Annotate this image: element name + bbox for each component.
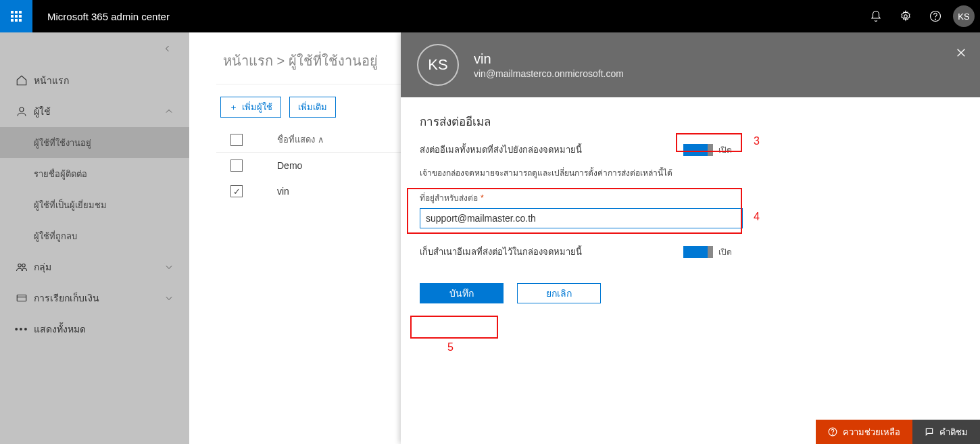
row-checkbox[interactable] [230,185,243,197]
plus-icon: ＋ [229,101,238,114]
nav-contacts[interactable]: รายชื่อผู้ติดต่อ [0,158,189,189]
nav-users[interactable]: ผู้ใช้ [0,96,189,127]
notifications-icon[interactable] [861,0,891,32]
panel-user-name: vin [474,51,624,67]
chevron-left-icon [164,45,172,53]
forward-all-toggle[interactable] [683,144,713,156]
svg-rect-6 [17,295,26,301]
groups-icon [9,261,34,273]
topbar: Microsoft 365 admin center KS [0,0,980,32]
chevron-up-icon [165,107,181,116]
panel-actions: บันทึก ยกเลิก [420,283,961,303]
nav-showall-label: แสดงทั้งหมด [34,322,189,337]
save-button[interactable]: บันทึก [420,283,504,303]
cancel-button[interactable]: ยกเลิก [517,283,601,303]
nav-users-label: ผู้ใช้ [34,104,165,119]
svg-point-3 [20,107,24,112]
user-icon [9,105,34,118]
keep-copy-toggle[interactable] [683,246,713,258]
svg-point-2 [935,19,936,20]
nav-deleted-users[interactable]: ผู้ใช้ที่ถูกลบ [0,220,189,251]
panel-body: การส่งต่ออีเมล ส่งต่ออีเมลทั้งหมดที่ส่งไ… [401,97,980,318]
topbar-actions: KS [861,0,980,32]
more-icon: ••• [9,324,34,335]
more-button[interactable]: เพิ่มเติม [289,97,336,118]
panel-header: KS vin vin@mailmasterco.onmicrosoft.com [401,32,980,97]
add-user-label: เพิ่มผู้ใช้ [242,100,272,114]
forward-all-state: เปิด [718,143,732,156]
billing-icon [9,292,34,304]
breadcrumb-current: ผู้ใช้ที่ใช้งานอยู่ [289,53,378,68]
more-label: เพิ่มเติม [298,100,327,114]
nav-billing[interactable]: การเรียกเก็บเงิน [0,282,189,314]
sort-asc-icon: ∧ [318,134,324,145]
app-launcher[interactable] [0,0,32,32]
waffle-icon [11,11,22,22]
collapse-nav[interactable] [0,32,189,65]
nav-guest-users[interactable]: ผู้ใช้ที่เป็นผู้เยี่ยมชม [0,189,189,220]
footer-buttons: ความช่วยเหลือ คำติชม [816,420,980,444]
user-detail-panel: KS vin vin@mailmasterco.onmicrosoft.com … [401,32,980,444]
svg-point-4 [18,264,22,268]
keep-copy-label: เก็บสำเนาอีเมลที่ส่งต่อไว้ในกล่องจดหมายน… [420,245,683,259]
left-nav: หน้าแรก ผู้ใช้ ผู้ใช้ที่ใช้งานอยู่ รายชื… [0,32,189,444]
forward-all-row: ส่งต่ออีเมลทั้งหมดที่ส่งไปยังกล่องจดหมาย… [420,143,961,157]
help-icon [828,427,837,437]
help-icon[interactable] [921,0,950,32]
chevron-down-icon [165,263,181,271]
select-all-checkbox[interactable] [230,134,243,146]
user-avatar[interactable]: KS [953,5,975,27]
nav-active-users[interactable]: ผู้ใช้ที่ใช้งานอยู่ [0,127,189,158]
svg-point-0 [904,15,908,18]
panel-user-email: vin@mailmasterco.onmicrosoft.com [474,68,624,79]
chevron-down-icon [165,294,181,302]
section-email-forwarding: การส่งต่ออีเมล [420,112,961,130]
nav-show-all[interactable]: ••• แสดงทั้งหมด [0,314,189,345]
feedback-button[interactable]: คำติชม [912,420,980,444]
close-icon [956,47,966,58]
keep-copy-row: เก็บสำเนาอีเมลที่ส่งต่อไว้ในกล่องจดหมายน… [420,245,961,259]
row-checkbox[interactable] [230,159,243,172]
home-icon [9,74,34,87]
nav-groups[interactable]: กลุ่ม [0,251,189,282]
settings-icon[interactable] [891,0,921,32]
breadcrumb-sep: > [273,53,289,68]
forward-address-input[interactable] [420,208,743,228]
app-title: Microsoft 365 admin center [47,11,170,22]
chat-icon [925,427,934,437]
svg-point-8 [833,434,833,435]
need-help-label: ความช่วยเหลือ [843,425,900,439]
panel-avatar: KS [417,44,459,86]
forward-address-label: ที่อยู่สำหรับส่งต่อ* [420,191,961,204]
nav-home-label: หน้าแรก [34,73,189,88]
nav-home[interactable]: หน้าแรก [0,65,189,96]
breadcrumb-home[interactable]: หน้าแรก [223,53,273,68]
feedback-label: คำติชม [939,425,968,439]
add-user-button[interactable]: ＋เพิ่มผู้ใช้ [220,97,281,118]
nav-groups-label: กลุ่ม [34,260,165,274]
svg-point-5 [22,264,26,268]
need-help-button[interactable]: ความช่วยเหลือ [816,420,912,444]
keep-copy-state: เปิด [718,245,732,258]
nav-billing-label: การเรียกเก็บเงิน [34,291,165,305]
owner-hint: เจ้าของกล่องจดหมายจะสามารถดูและเปลี่ยนกา… [420,166,961,179]
close-panel-button[interactable] [956,47,966,58]
forward-all-label: ส่งต่ออีเมลทั้งหมดที่ส่งไปยังกล่องจดหมาย… [420,143,683,157]
